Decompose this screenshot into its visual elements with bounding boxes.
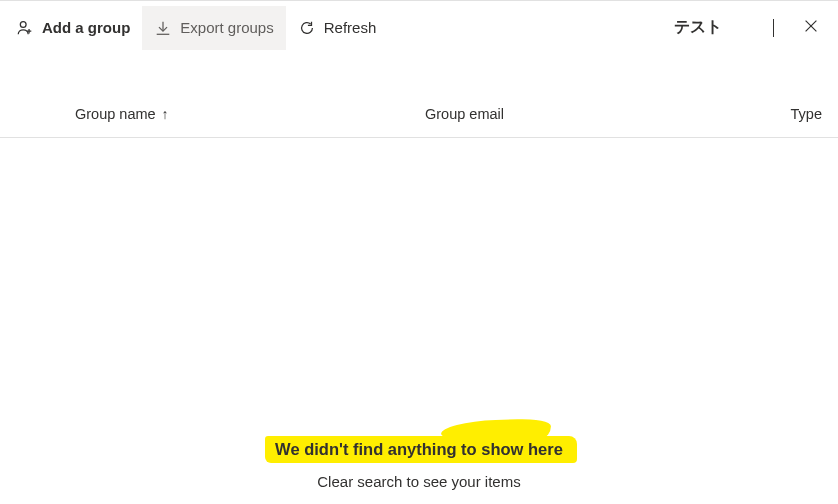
search-input[interactable] — [674, 19, 774, 37]
add-user-icon — [16, 19, 34, 37]
search-area — [674, 13, 834, 42]
svg-point-0 — [20, 21, 26, 27]
column-headers: Group name ↑ Group email Type — [0, 90, 838, 138]
export-groups-label: Export groups — [180, 19, 273, 36]
add-group-label: Add a group — [42, 19, 130, 36]
toolbar: Add a group Export groups Refresh — [0, 0, 838, 54]
refresh-icon — [298, 19, 316, 37]
export-groups-button[interactable]: Export groups — [142, 6, 285, 50]
empty-subtext: Clear search to see your items — [0, 473, 838, 490]
empty-headline: We didn't find anything to show here — [271, 438, 567, 461]
empty-state: We didn't find anything to show here Cle… — [0, 438, 838, 490]
close-icon — [802, 17, 820, 38]
sort-ascending-icon: ↑ — [162, 107, 169, 121]
column-header-email[interactable]: Group email — [425, 106, 695, 122]
refresh-label: Refresh — [324, 19, 377, 36]
add-group-button[interactable]: Add a group — [4, 6, 142, 50]
column-header-type[interactable]: Type — [791, 106, 822, 122]
refresh-button[interactable]: Refresh — [286, 6, 389, 50]
column-header-name[interactable]: Group name ↑ — [75, 106, 425, 122]
clear-search-button[interactable] — [798, 13, 824, 42]
download-icon — [154, 19, 172, 37]
column-type-label: Type — [791, 106, 822, 122]
column-email-label: Group email — [425, 106, 504, 122]
column-name-label: Group name — [75, 106, 156, 122]
